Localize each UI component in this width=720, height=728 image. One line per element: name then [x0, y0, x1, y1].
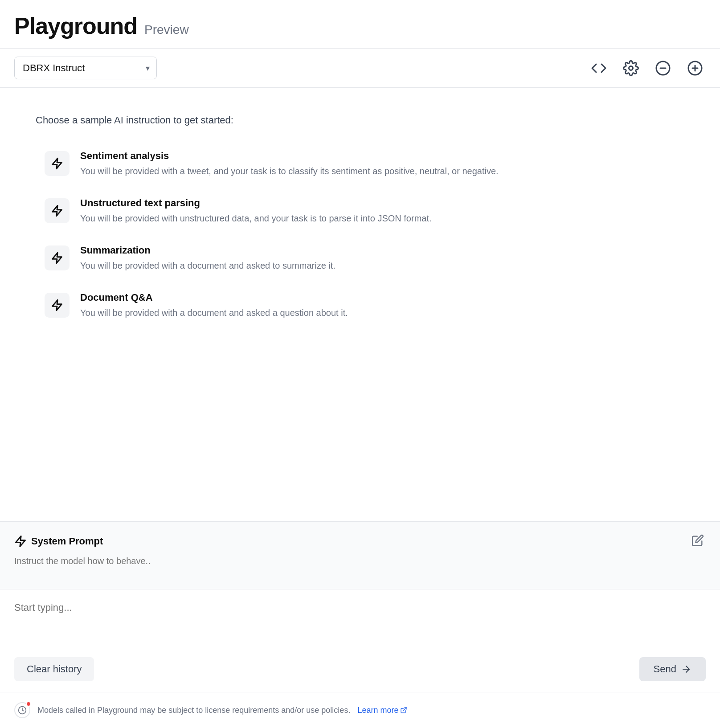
clear-history-button[interactable]: Clear history	[14, 657, 94, 681]
lightning-icon	[51, 252, 63, 264]
zoom-out-button[interactable]	[652, 57, 674, 79]
model-select-wrapper: DBRX Instruct GPT-4 Claude 3 Llama 3 ▾	[14, 57, 157, 79]
clock-icon-container	[14, 702, 30, 718]
footer: Models called in Playground may be subje…	[0, 692, 720, 728]
send-button[interactable]: Send	[639, 657, 706, 681]
system-prompt-title: System Prompt	[14, 535, 103, 548]
system-prompt-label: System Prompt	[31, 536, 103, 547]
zoom-in-button[interactable]	[684, 57, 706, 79]
lightning-icon	[51, 299, 63, 311]
learn-more-link[interactable]: Learn more	[357, 706, 407, 715]
sample-item-title: Sentiment analysis	[80, 150, 499, 162]
sample-item[interactable]: Document Q&A You will be provided with a…	[36, 284, 684, 327]
main-content: Choose a sample AI instruction to get st…	[0, 88, 720, 522]
sample-item-icon-box	[45, 245, 70, 270]
sample-item[interactable]: Sentiment analysis You will be provided …	[36, 142, 684, 186]
sample-item-icon-box	[45, 293, 70, 318]
clock-icon	[18, 706, 27, 715]
sample-item-title: Document Q&A	[80, 292, 348, 303]
page-subtitle: Preview	[144, 23, 189, 37]
sample-item-description: You will be provided with unstructured d…	[80, 212, 432, 225]
learn-more-label: Learn more	[357, 706, 398, 715]
sample-item-description: You will be provided with a document and…	[80, 259, 335, 272]
sample-items-list: Sentiment analysis You will be provided …	[36, 142, 684, 327]
sample-item-text: Summarization You will be provided with …	[80, 245, 335, 272]
system-prompt-header: System Prompt	[14, 532, 706, 550]
sample-item-title: Summarization	[80, 245, 335, 256]
sample-item-text: Document Q&A You will be provided with a…	[80, 292, 348, 319]
sample-item-title: Unstructured text parsing	[80, 197, 432, 209]
model-select[interactable]: DBRX Instruct GPT-4 Claude 3 Llama 3	[14, 57, 157, 79]
zoom-out-icon	[655, 60, 671, 76]
sample-item[interactable]: Unstructured text parsing You will be pr…	[36, 189, 684, 233]
zoom-in-icon	[687, 60, 703, 76]
system-prompt-lightning-icon	[14, 535, 27, 548]
svg-marker-6	[53, 158, 62, 168]
page-header: Playground Preview	[0, 0, 720, 49]
sample-item-text: Sentiment analysis You will be provided …	[80, 150, 499, 178]
chat-input[interactable]	[14, 602, 706, 648]
svg-marker-7	[53, 205, 62, 216]
edit-icon	[691, 534, 704, 547]
sample-item-icon-box	[45, 151, 70, 176]
chat-actions: Clear history Send	[14, 657, 706, 681]
settings-button[interactable]	[620, 57, 642, 79]
svg-line-13	[403, 708, 406, 711]
code-view-button[interactable]	[588, 57, 610, 79]
notification-dot	[26, 701, 31, 707]
system-prompt-area: System Prompt	[0, 522, 720, 589]
toolbar: DBRX Instruct GPT-4 Claude 3 Llama 3 ▾	[0, 49, 720, 88]
svg-marker-10	[16, 536, 25, 546]
svg-marker-8	[53, 253, 62, 263]
system-prompt-input[interactable]	[14, 556, 706, 577]
sample-item[interactable]: Summarization You will be provided with …	[36, 237, 684, 280]
settings-icon	[623, 60, 639, 76]
code-icon	[591, 60, 607, 76]
send-label: Send	[654, 663, 676, 675]
toolbar-actions	[588, 57, 706, 79]
lightning-icon	[51, 157, 63, 170]
send-icon	[681, 664, 691, 675]
svg-marker-9	[53, 300, 62, 310]
external-link-icon	[400, 707, 407, 714]
footer-notice: Models called in Playground may be subje…	[37, 706, 350, 715]
chat-input-area: Clear history Send	[0, 589, 720, 692]
sample-prompt-label: Choose a sample AI instruction to get st…	[36, 115, 684, 126]
sample-item-description: You will be provided with a tweet, and y…	[80, 164, 499, 178]
sample-item-text: Unstructured text parsing You will be pr…	[80, 197, 432, 225]
sample-item-description: You will be provided with a document and…	[80, 306, 348, 319]
svg-point-0	[629, 66, 633, 70]
edit-system-prompt-button[interactable]	[690, 532, 706, 550]
page-title: Playground	[14, 12, 137, 39]
lightning-icon	[51, 204, 63, 217]
sample-item-icon-box	[45, 198, 70, 223]
